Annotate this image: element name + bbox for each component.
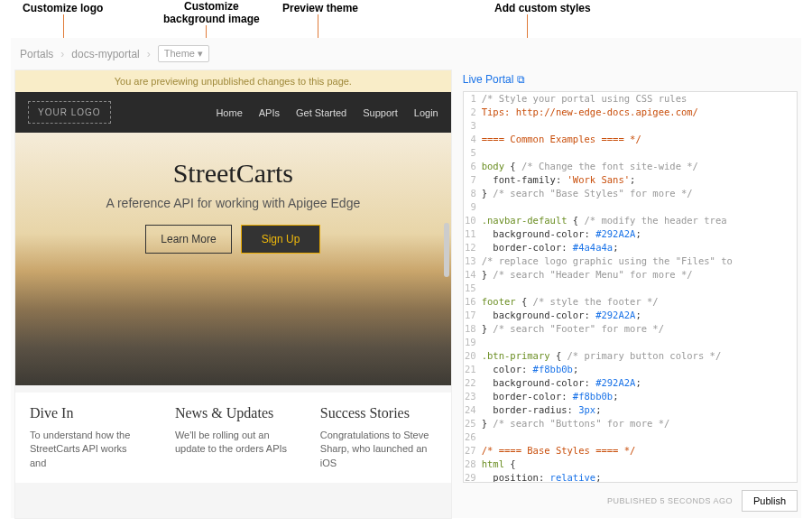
code-line[interactable]: 28html { <box>464 458 797 471</box>
card: Dive InTo understand how the StreetCarts… <box>15 393 161 483</box>
preview-pane: You are previewing unpublished changes t… <box>14 69 452 519</box>
logo-placeholder[interactable]: YOUR LOGO <box>28 101 111 124</box>
card: News & UpdatesWe'll be rolling out an up… <box>161 393 306 483</box>
learn-more-button[interactable]: Learn More <box>145 225 231 254</box>
code-line[interactable]: 25} /* search "Buttons" for more */ <box>464 417 797 430</box>
code-line[interactable]: 19 <box>464 336 797 349</box>
code-line[interactable]: 17 background-color: #292A2A; <box>464 309 797 322</box>
breadcrumb: Portals › docs-myportal › Theme ▾ <box>11 38 801 69</box>
card-title: Success Stories <box>320 405 437 421</box>
code-line[interactable]: 11 background-color: #292A2A; <box>464 227 797 241</box>
nav-link[interactable]: Support <box>363 107 398 118</box>
code-line[interactable]: 22 background-color: #292A2A; <box>464 376 797 390</box>
code-line[interactable]: 21 color: #f8bb0b; <box>464 363 797 376</box>
css-editor[interactable]: 1/* Style your portal using CSS rules2Ti… <box>463 91 798 483</box>
card-body: To understand how the StreetCarts API wo… <box>30 429 146 470</box>
nav-link[interactable]: Home <box>216 107 242 118</box>
theme-dropdown[interactable]: Theme ▾ <box>158 45 209 62</box>
card-title: News & Updates <box>175 405 291 421</box>
code-line[interactable]: 9 <box>464 200 797 214</box>
card: Success StoriesCongratulations to Steve … <box>306 393 451 483</box>
code-line[interactable]: 29 position: relative; <box>464 471 797 483</box>
code-line[interactable]: 3 <box>464 119 797 133</box>
code-line[interactable]: 16footer { /* style the footer */ <box>464 295 797 309</box>
external-link-icon: ⧉ <box>517 73 525 86</box>
nav-link[interactable]: APIs <box>259 107 280 118</box>
code-line[interactable]: 24 border-radius: 3px; <box>464 403 797 417</box>
annotation-styles: Add custom styles <box>494 2 591 14</box>
annotation-preview: Preview theme <box>282 2 358 14</box>
hero-title: StreetCarts <box>15 158 451 189</box>
publish-button[interactable]: Publish <box>742 490 798 512</box>
published-note: PUBLISHED 5 SECONDS AGO <box>607 496 733 505</box>
nav-link[interactable]: Login <box>414 107 438 118</box>
breadcrumb-portal-name[interactable]: docs-myportal <box>71 48 139 60</box>
card-body: Congratulations to Steve Sharp, who laun… <box>320 429 437 470</box>
scrollbar[interactable] <box>444 223 449 277</box>
editor-column: Live Portal ⧉ 1/* Style your portal usin… <box>463 69 798 519</box>
hero-bg[interactable]: StreetCarts A reference API for working … <box>15 133 451 385</box>
preview-banner: You are previewing unpublished changes t… <box>15 70 451 92</box>
breadcrumb-portals[interactable]: Portals <box>20 48 53 60</box>
annotation-logo: Customize logo <box>23 2 103 14</box>
code-line[interactable]: 8} /* search "Base Styles" for more */ <box>464 187 797 200</box>
code-line[interactable]: 5 <box>464 146 797 160</box>
card-body: We'll be rolling out an update to the or… <box>175 429 291 457</box>
app-shell: Portals › docs-myportal › Theme ▾ You ar… <box>11 38 801 518</box>
code-line[interactable]: 7 font-family: 'Work Sans'; <box>464 173 797 187</box>
hero-subtitle: A reference API for working with Apigee … <box>15 196 451 210</box>
code-line[interactable]: 27/* ==== Base Styles ==== */ <box>464 444 797 458</box>
sign-up-button[interactable]: Sign Up <box>241 225 321 254</box>
annotation-bg: Customize background image <box>163 0 260 25</box>
code-line[interactable]: 14} /* search "Header Menu" for more */ <box>464 268 797 282</box>
code-line[interactable]: 10.navbar-default { /* modify the header… <box>464 214 797 227</box>
live-portal-link[interactable]: Live Portal ⧉ <box>463 73 525 86</box>
code-line[interactable]: 2Tips: http://new-edge-docs.apigee.com/ <box>464 106 797 119</box>
code-line[interactable]: 12 border-color: #4a4a4a; <box>464 241 797 254</box>
code-line[interactable]: 13/* replace logo graphic using the "Fil… <box>464 254 797 268</box>
code-line[interactable]: 18} /* search "Footer" for more */ <box>464 322 797 336</box>
code-line[interactable]: 6body { /* Change the font site-wide */ <box>464 160 797 173</box>
preview-navbar: YOUR LOGO HomeAPIsGet StartedSupportLogi… <box>15 92 451 133</box>
breadcrumb-sep: › <box>60 48 64 60</box>
code-line[interactable]: 23 border-color: #f8bb0b; <box>464 390 797 403</box>
card-title: Dive In <box>30 405 146 421</box>
main-row: You are previewing unpublished changes t… <box>11 69 801 519</box>
breadcrumb-sep: › <box>147 48 151 60</box>
code-line[interactable]: 1/* Style your portal using CSS rules <box>464 92 797 106</box>
code-line[interactable]: 4==== Common Examples ==== */ <box>464 133 797 146</box>
nav-link[interactable]: Get Started <box>296 107 346 118</box>
code-line[interactable]: 26 <box>464 430 797 444</box>
code-line[interactable]: 15 <box>464 282 797 295</box>
code-line[interactable]: 20.btn-primary { /* primary button color… <box>464 349 797 363</box>
